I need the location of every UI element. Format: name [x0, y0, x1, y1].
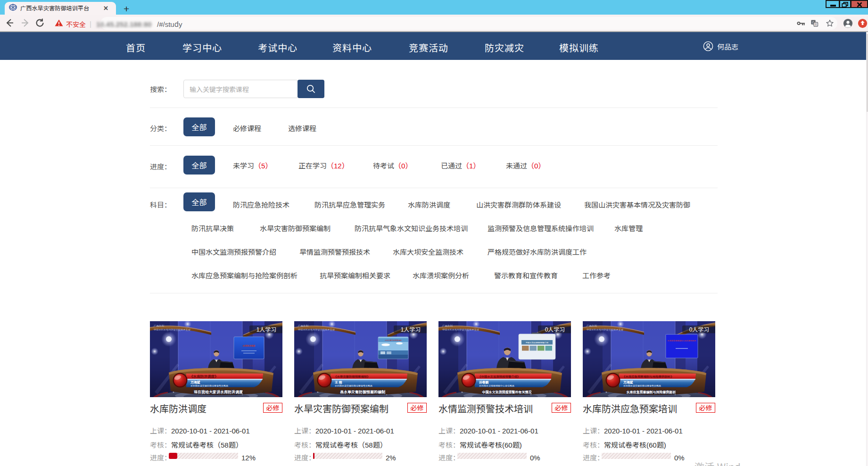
svg-text:广西水利: 广西水利 [154, 324, 165, 328]
svg-text:广西水利: 广西水利 [298, 324, 309, 328]
svg-text:中国水文监测预报预警的有关情况: 中国水文监测预报预警的有关情况 [482, 390, 532, 394]
svg-text:水库防洪调度: 水库防洪调度 [242, 344, 256, 347]
svg-text:广西水利: 广西水利 [587, 324, 597, 328]
svg-text:水库应急预案编制与抢险案例剖析: 水库应急预案编制与抢险案例剖析 [626, 390, 676, 394]
svg-text:中国水利水电科学研究院技术支持: 中国水利水电科学研究院技术支持 [587, 328, 624, 332]
svg-text:《水库防洪调度》: 《水库防洪调度》 [190, 374, 218, 379]
svg-text:中国水文监测预报预警介绍: 中国水文监测预报预警介绍 [526, 341, 548, 344]
svg-text:1人学习: 1人学习 [256, 325, 277, 333]
svg-text:1人学习: 1人学习 [401, 325, 421, 333]
svg-text:水利部水旱灾害防御司督查专员教高: 水利部水旱灾害防御司督查专员教高 [335, 384, 372, 387]
svg-text:县水旱灾害防御预案的编制: 县水旱灾害防御预案的编制 [340, 389, 385, 394]
svg-text:文: 文 [814, 22, 818, 26]
svg-text:中国水利水电科学研究院技术支持: 中国水利水电科学研究院技术支持 [154, 328, 191, 332]
svg-text:水旱灾害防御预案编制: 水旱灾害防御预案编制 [385, 339, 402, 341]
svg-text:《中国水文监测预报预警介绍》: 《中国水文监测预报预警介绍》 [478, 374, 520, 379]
svg-text:水库应急预案编制与抢险案例剖析: 水库应急预案编制与抢险案例剖析 [667, 339, 696, 342]
svg-text:现在我给大家讲水库防洪调度: 现在我给大家讲水库防洪调度 [194, 389, 243, 394]
svg-text:0人学习: 0人学习 [689, 325, 710, 333]
svg-text:水利部水旱灾害防御司督查专员教高: 水利部水旱灾害防御司督查专员教高 [190, 384, 228, 387]
svg-text:《水库应急预案编制与抢险案例剖析》: 《水库应急预案编制与抢险案例剖析》 [622, 374, 674, 379]
svg-text:水利部水旱灾害防御司督查专员教高: 水利部水旱灾害防御司督查专员教高 [623, 384, 661, 387]
svg-text:0人学习: 0人学习 [545, 325, 565, 333]
svg-text:中国水利水电科学研究院技术支持: 中国水利水电科学研究院技术支持 [442, 328, 479, 332]
svg-text:水利部水文情报预报中心主任教高: 水利部水文情报预报中心主任教高 [479, 384, 514, 387]
svg-text:中国水利水电科学研究院技术支持: 中国水利水电科学研究院技术支持 [298, 328, 335, 332]
svg-text:《水旱灾害防御预案编制》: 《水旱灾害防御预案编制》 [334, 374, 370, 379]
svg-text:广西水利: 广西水利 [442, 324, 453, 328]
